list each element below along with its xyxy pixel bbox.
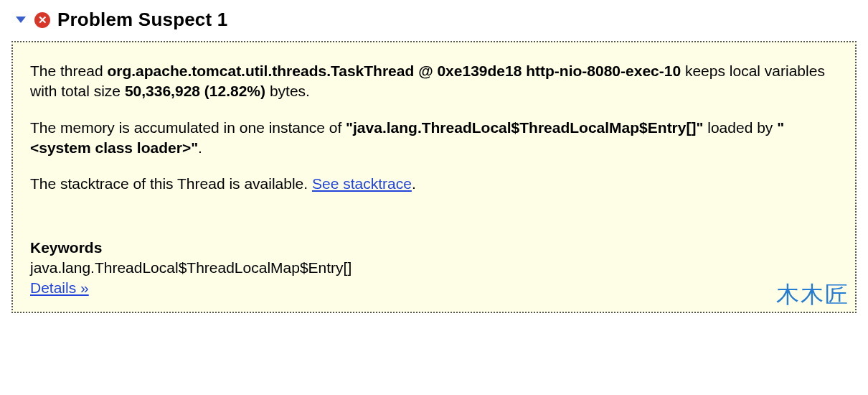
section-header: ✕ Problem Suspect 1 <box>11 9 857 31</box>
problem-description-1: The thread org.apache.tomcat.util.thread… <box>30 61 838 102</box>
error-icon-glyph: ✕ <box>38 14 47 25</box>
stacktrace-line: The stacktrace of this Thread is availab… <box>30 174 838 194</box>
error-icon: ✕ <box>34 12 50 28</box>
keywords-block: Keywords java.lang.ThreadLocal$ThreadLoc… <box>30 238 838 299</box>
details-link[interactable]: Details » <box>30 279 89 296</box>
retained-size: 50,336,928 (12.82%) <box>125 83 265 99</box>
section-title: Problem Suspect 1 <box>57 9 227 31</box>
problem-panel: The thread org.apache.tomcat.util.thread… <box>11 41 857 313</box>
text: The thread <box>30 62 107 79</box>
problem-description-2: The memory is accumulated in one instanc… <box>30 118 838 159</box>
accumulated-class: "java.lang.ThreadLocal$ThreadLocalMap$En… <box>346 119 703 136</box>
text: . <box>198 139 202 156</box>
text: The memory is accumulated in one instanc… <box>30 119 346 136</box>
watermark-text: 木木匠 <box>776 279 849 310</box>
thread-name: org.apache.tomcat.util.threads.TaskThrea… <box>107 62 681 79</box>
keywords-label: Keywords <box>30 238 838 258</box>
text: The stacktrace of this Thread is availab… <box>30 175 312 192</box>
text: loaded by <box>703 119 777 136</box>
keywords-value: java.lang.ThreadLocal$ThreadLocalMap$Ent… <box>30 258 838 278</box>
see-stacktrace-link[interactable]: See stacktrace <box>312 175 412 192</box>
text: . <box>412 175 416 192</box>
collapse-toggle-icon[interactable] <box>16 17 26 23</box>
text: bytes. <box>265 83 310 99</box>
